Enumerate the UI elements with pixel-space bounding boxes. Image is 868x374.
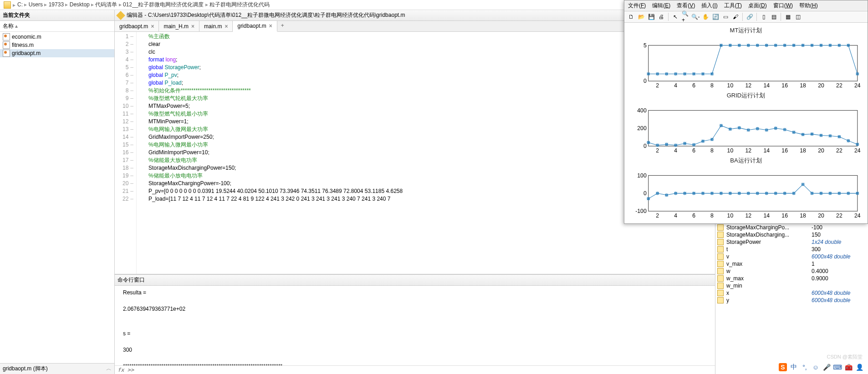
brush-icon[interactable]: 🖌 xyxy=(731,13,740,21)
svg-text:20: 20 xyxy=(818,212,824,219)
folder-icon xyxy=(4,1,11,9)
breadcrumb-segment[interactable]: C: xyxy=(17,1,23,8)
svg-text:12: 12 xyxy=(745,212,752,219)
workspace-row[interactable]: StoragePower1x24 double xyxy=(715,238,868,246)
chart-plot: 020040024681012141618202224 xyxy=(630,100,862,163)
file-item[interactable]: economic.m xyxy=(0,33,114,41)
datatip-icon[interactable]: ▭ xyxy=(721,13,730,21)
svg-text:4: 4 xyxy=(674,147,677,154)
var-icon xyxy=(717,246,724,253)
ime-icon[interactable]: S xyxy=(779,363,787,371)
workspace-row[interactable]: w_max0.9000 xyxy=(715,275,868,282)
charts-area: MT运行计划0524681012141618202224GRID运行计划0200… xyxy=(624,23,868,223)
workspace-row[interactable]: StorageMaxDischarging...150 xyxy=(715,231,868,238)
breadcrumb-segment[interactable]: 19733 xyxy=(49,1,64,8)
breadcrumb-segment[interactable]: 代码清单 xyxy=(95,1,117,8)
editor-tab[interactable]: main_H.m× xyxy=(159,21,199,31)
var-icon xyxy=(717,268,724,274)
close-icon[interactable]: × xyxy=(225,23,228,30)
breadcrumb-segment[interactable]: 粒子群电网经济优化代码 xyxy=(209,1,270,8)
add-tab-button[interactable]: + xyxy=(277,21,288,31)
var-icon xyxy=(717,290,724,296)
svg-text:4: 4 xyxy=(674,212,677,219)
svg-text:6: 6 xyxy=(692,212,695,219)
pan-icon[interactable]: ✋ xyxy=(701,13,710,21)
link-icon[interactable]: 🔗 xyxy=(745,13,754,21)
svg-text:400: 400 xyxy=(637,107,647,114)
new-icon[interactable]: 🗋 xyxy=(627,13,635,21)
workspace-row[interactable]: y6000x48 double xyxy=(715,297,868,304)
svg-text:2: 2 xyxy=(656,212,659,219)
arrow-icon[interactable]: ↖ xyxy=(671,13,679,21)
svg-text:14: 14 xyxy=(763,212,770,219)
colorbar-icon[interactable]: ▯ xyxy=(760,13,768,21)
chart-plot: -100010024681012141618202224 xyxy=(630,165,862,228)
column-header-name[interactable]: 名称 ▴ xyxy=(0,21,114,32)
print-icon[interactable]: 🖨 xyxy=(657,13,665,21)
workspace-row[interactable]: t300 xyxy=(715,246,868,253)
workspace-row[interactable]: x6000x48 double xyxy=(715,289,868,297)
mic-icon[interactable]: 🎤 xyxy=(822,363,831,371)
figure-window[interactable]: 文件(F)编辑(E)查看(V)插入(I)工具(T)桌面(D)窗口(W)帮助(H)… xyxy=(624,0,868,224)
close-icon[interactable]: × xyxy=(191,23,194,30)
editor-tab[interactable]: main.m× xyxy=(199,21,233,31)
workspace-panel: StorageMaxChargingPo...-100StorageMaxDis… xyxy=(715,224,868,374)
svg-text:24: 24 xyxy=(854,147,861,154)
close-icon[interactable]: × xyxy=(151,23,154,30)
legend-icon[interactable]: ▤ xyxy=(770,13,778,21)
menu-item[interactable]: 插入(I) xyxy=(701,2,717,10)
punct-icon[interactable]: °, xyxy=(801,363,809,371)
keyboard-icon[interactable]: ⌨ xyxy=(833,363,842,371)
chevron-up-icon[interactable]: ︿ xyxy=(106,365,112,373)
svg-text:14: 14 xyxy=(763,82,770,89)
workspace-row[interactable]: w0.4000 xyxy=(715,268,868,275)
svg-text:18: 18 xyxy=(800,82,806,89)
breadcrumb-segment[interactable]: Desktop xyxy=(70,1,90,8)
workspace-row[interactable]: w_min xyxy=(715,282,868,289)
breadcrumb-segment[interactable]: Users xyxy=(29,1,43,8)
ime-lang-icon[interactable]: 中 xyxy=(790,363,798,371)
menu-item[interactable]: 帮助(H) xyxy=(799,2,818,10)
file-item[interactable]: fitness.m xyxy=(0,41,114,49)
zoomin-icon[interactable]: 🔍+ xyxy=(681,13,689,21)
mfile-icon xyxy=(3,50,10,57)
svg-text:6: 6 xyxy=(692,82,695,89)
menu-item[interactable]: 文件(F) xyxy=(628,2,646,10)
svg-text:22: 22 xyxy=(836,212,842,219)
chart-plot: 0524681012141618202224 xyxy=(630,35,862,98)
line-gutter: 1–2–3–4–5–6–7–8–9–10–11–12–13–14–15–16–1… xyxy=(115,32,137,274)
menu-item[interactable]: 工具(T) xyxy=(724,2,742,10)
toolbox-icon[interactable]: 🧰 xyxy=(844,363,853,371)
editor-tab[interactable]: gridbaopt.m× xyxy=(233,21,277,32)
svg-rect-0 xyxy=(648,45,858,81)
rotate-icon[interactable]: 🔄 xyxy=(711,13,720,21)
breadcrumb-segment[interactable]: 012__粒子群微电网经济优化调度 xyxy=(123,1,204,8)
zoomout-icon[interactable]: 🔍- xyxy=(691,13,700,21)
save-icon[interactable]: 💾 xyxy=(647,13,655,21)
user-icon[interactable]: 👤 xyxy=(855,363,863,371)
svg-text:8: 8 xyxy=(710,212,714,219)
var-icon xyxy=(717,239,724,245)
menu-item[interactable]: 查看(V) xyxy=(677,2,695,10)
svg-text:8: 8 xyxy=(710,82,714,89)
menu-item[interactable]: 桌面(D) xyxy=(748,2,767,10)
menu-item[interactable]: 窗口(W) xyxy=(773,2,793,10)
svg-text:12: 12 xyxy=(745,147,752,154)
grid-icon[interactable]: ▦ xyxy=(784,13,792,21)
status-bar: gridbaopt.m (脚本) ︿ xyxy=(0,363,114,374)
open-icon[interactable]: 📂 xyxy=(637,13,645,21)
dock-icon[interactable]: ◫ xyxy=(794,13,802,21)
workspace-row[interactable]: v_max1 xyxy=(715,260,868,268)
editor-tab[interactable]: gridbaopt.m× xyxy=(115,21,159,31)
emoji-icon[interactable]: ☺ xyxy=(812,363,820,371)
svg-text:6: 6 xyxy=(692,147,695,154)
var-icon xyxy=(717,275,724,282)
svg-text:4: 4 xyxy=(674,82,677,89)
svg-text:18: 18 xyxy=(800,212,806,219)
svg-text:20: 20 xyxy=(818,147,824,154)
close-icon[interactable]: × xyxy=(269,23,272,29)
menu-item[interactable]: 编辑(E) xyxy=(652,2,670,10)
var-icon xyxy=(717,261,724,267)
workspace-row[interactable]: v6000x48 double xyxy=(715,253,868,260)
file-item[interactable]: gridbaopt.m xyxy=(0,49,114,57)
